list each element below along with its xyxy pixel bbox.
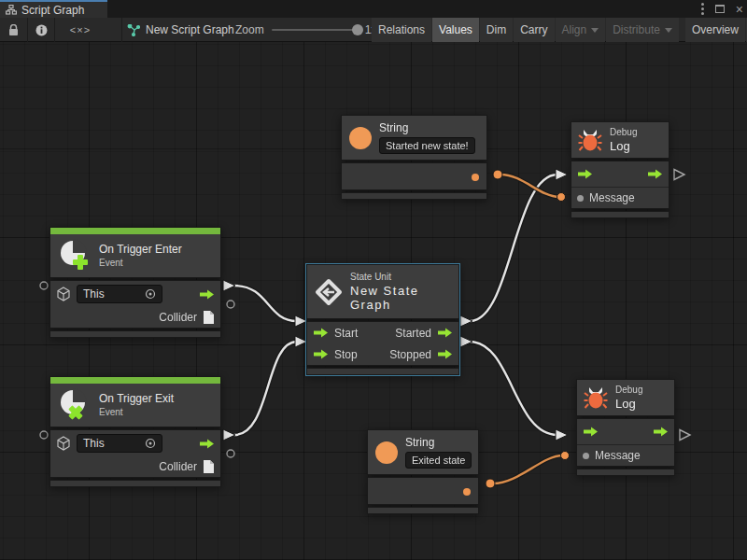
flow-out-arrow-icon[interactable]: [199, 289, 215, 300]
distribute-label: Distribute: [613, 23, 660, 36]
collider-label: Collider: [159, 460, 197, 473]
kebab-menu-icon[interactable]: [701, 3, 704, 15]
node-footer: [367, 507, 479, 514]
this-object-field[interactable]: This: [77, 434, 162, 453]
port-in-debug-bottom[interactable]: [556, 429, 568, 441]
node-footer: [306, 368, 459, 375]
window-controls: ×: [701, 0, 743, 18]
port-out-trigger-exit-collider[interactable]: [227, 450, 234, 457]
collider-file-icon[interactable]: [203, 459, 215, 474]
lock-icon[interactable]: [0, 18, 26, 42]
port-in-debug-top-message[interactable]: [557, 193, 566, 202]
info-icon[interactable]: [28, 18, 54, 42]
object-picker-icon[interactable]: [145, 288, 156, 300]
port-out-state-stopped[interactable]: [460, 336, 472, 347]
flow-in-arrow-icon[interactable]: [313, 349, 329, 359]
flow-in-arrow-icon[interactable]: [313, 328, 329, 338]
flow-out-arrow-icon[interactable]: [653, 427, 669, 437]
string-value-input[interactable]: Started new state!: [379, 137, 475, 154]
port-out-string-bottom[interactable]: [486, 479, 495, 488]
flow-in-arrow-icon[interactable]: [577, 169, 593, 179]
node-footer: [341, 192, 487, 200]
node-footer: [571, 211, 669, 218]
message-port-dot[interactable]: [577, 195, 584, 202]
node-kind: State Unit: [350, 272, 451, 282]
node-title: On Trigger Exit: [99, 392, 174, 405]
overview-button[interactable]: Overview: [685, 18, 745, 42]
maximize-icon[interactable]: [715, 5, 725, 13]
port-out-debug-top[interactable]: [674, 170, 684, 180]
port-in-trigger-exit-this[interactable]: [40, 431, 48, 439]
collider-file-icon[interactable]: [203, 310, 215, 325]
zoom-slider[interactable]: [272, 29, 358, 31]
message-label: Message: [589, 191, 635, 204]
node-debug-bottom[interactable]: Debug Log Message: [576, 379, 675, 476]
port-out-debug-bottom[interactable]: [680, 430, 690, 441]
event-enter-icon: [58, 238, 92, 272]
values-button[interactable]: Values: [432, 18, 479, 42]
node-footer: [49, 330, 221, 338]
message-port-dot[interactable]: [583, 453, 589, 459]
port-out-state-started[interactable]: [460, 315, 472, 327]
flow-out-arrow-icon[interactable]: [199, 439, 215, 449]
tab-script-graph[interactable]: Script Graph: [0, 0, 107, 18]
port-out-string-top[interactable]: [493, 170, 502, 179]
port-in-trigger-enter-this[interactable]: [40, 282, 48, 289]
gameobject-cube-icon: [56, 287, 71, 301]
chevron-down-icon: [665, 28, 672, 33]
string-output-dot[interactable]: [472, 174, 479, 181]
close-icon[interactable]: ×: [736, 3, 743, 16]
string-value-input[interactable]: Exited state: [405, 452, 472, 469]
node-on-trigger-enter[interactable]: On Trigger Enter Event This: [49, 227, 221, 338]
string-literal-icon: [375, 441, 398, 464]
carry-button[interactable]: Carry: [514, 18, 554, 42]
distribute-button[interactable]: Distribute: [606, 18, 679, 42]
gameobject-cube-icon: [56, 436, 71, 451]
node-title: Log: [610, 139, 637, 153]
bug-icon: [584, 385, 608, 410]
node-on-trigger-exit[interactable]: On Trigger Exit Event This: [49, 376, 221, 487]
unity-graph-window: Script Graph × <×> New Script Graph: [0, 0, 747, 560]
graph-toolbar: <×> New Script Graph Zoom 1x Relations V…: [0, 18, 747, 42]
align-label: Align: [562, 23, 587, 36]
zoom-slider-handle[interactable]: [352, 24, 363, 35]
flow-out-arrow-icon[interactable]: [437, 349, 453, 359]
started-label: Started: [395, 327, 431, 340]
port-in-debug-top[interactable]: [556, 169, 568, 180]
graph-name[interactable]: New Script Graph: [127, 18, 234, 42]
bug-icon: [578, 128, 602, 152]
string-output-dot[interactable]: [463, 488, 471, 496]
node-state-unit[interactable]: State Unit New State Graph Start Started…: [306, 264, 459, 375]
relations-button[interactable]: Relations: [372, 18, 431, 42]
flow-out-arrow-icon[interactable]: [437, 328, 453, 338]
flow-out-arrow-icon[interactable]: [647, 169, 663, 179]
zoom-label: Zoom: [235, 23, 264, 36]
node-string-bottom[interactable]: String Exited state: [367, 429, 479, 514]
port-out-trigger-enter[interactable]: [223, 280, 235, 291]
port-out-trigger-exit[interactable]: [223, 429, 235, 441]
stop-label: Stop: [334, 348, 358, 361]
node-subtitle: Event: [99, 258, 182, 268]
script-graph-icon: [6, 5, 17, 15]
dim-button[interactable]: Dim: [480, 18, 513, 42]
chevron-down-icon: [591, 28, 599, 33]
object-picker-icon[interactable]: [145, 438, 156, 449]
event-exit-icon: [58, 387, 92, 421]
stopped-label: Stopped: [389, 348, 431, 361]
graph-ref-icon: [127, 24, 140, 36]
align-button[interactable]: Align: [556, 18, 606, 42]
node-string-top[interactable]: String Started new state!: [341, 115, 487, 200]
string-literal-icon: [349, 127, 372, 149]
code-view-icon[interactable]: <×>: [58, 18, 103, 42]
toolbar-buttons: Relations Values Dim Carry Align Distrib…: [372, 18, 747, 42]
node-title: On Trigger Enter: [99, 243, 182, 256]
this-value: This: [83, 437, 105, 450]
zoom-control: Zoom 1x: [235, 18, 376, 42]
node-debug-top[interactable]: Debug Log Message: [571, 121, 669, 218]
port-in-debug-bottom-message[interactable]: [561, 452, 570, 460]
graph-name-label: New Script Graph: [146, 23, 234, 36]
this-object-field[interactable]: This: [77, 285, 162, 303]
graph-canvas[interactable]: String Started new state!: [0, 42, 747, 560]
flow-in-arrow-icon[interactable]: [583, 427, 599, 437]
port-out-trigger-enter-collider[interactable]: [227, 301, 234, 308]
